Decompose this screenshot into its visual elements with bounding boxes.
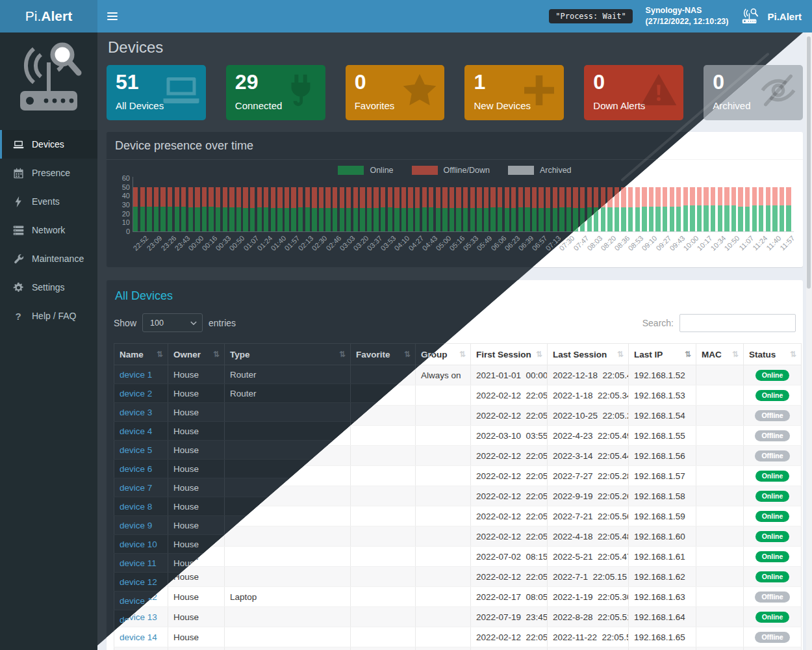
chart-bar — [724, 187, 729, 231]
cell-status: Online — [744, 506, 802, 526]
sidebar-item-presence[interactable]: Presence — [0, 159, 97, 187]
device-name-link[interactable]: device 9 — [120, 521, 152, 530]
chart-bar — [670, 187, 674, 231]
cell-text: 192.168.1.53 — [634, 391, 685, 400]
cell-text: 192.168.1.58 — [634, 491, 685, 501]
legend-item-offline-down[interactable]: Offline/Down — [412, 166, 490, 175]
sidebar-item-network[interactable]: Network — [0, 216, 97, 244]
cell-text: 192.168.1.65 — [634, 632, 685, 642]
sidebar-toggle-icon[interactable] — [97, 0, 127, 32]
cell-last-ip: 192.168.1.58 — [629, 486, 696, 506]
app-logo[interactable]: Pi.Alert — [0, 0, 97, 32]
cell-name: device 6 — [114, 460, 168, 478]
device-name-link[interactable]: device 5 — [120, 445, 152, 455]
cell-last-session: 2022-7-1 22:05.15 — [548, 567, 629, 587]
column-header-owner[interactable]: Owner⇅ — [168, 344, 225, 365]
sidebar-item-maintenance[interactable]: Maintenance — [0, 244, 97, 273]
device-name-link[interactable]: device 7 — [120, 483, 152, 493]
cell-text: 2022-02-12 22:05 — [476, 411, 548, 421]
search-input[interactable] — [679, 314, 796, 332]
card-connected[interactable]: 29Connected — [226, 65, 325, 120]
sort-icon: ⇅ — [459, 350, 465, 359]
sidebar-item-devices[interactable]: Devices — [0, 130, 97, 159]
chart-bar-online-segment — [546, 208, 550, 231]
chart-bar-online-segment — [628, 207, 633, 231]
cell-first-session: 2022-03-10 03:55 — [471, 426, 548, 446]
cell-text: 192.168.1.59 — [634, 512, 685, 521]
card-new-devices[interactable]: 1New Devices — [464, 65, 564, 120]
column-header-type[interactable]: Type⇅ — [225, 344, 351, 365]
card-favorites[interactable]: 0Favorites — [346, 65, 445, 120]
device-name-link[interactable]: device 4 — [120, 426, 152, 436]
x-tick-label: 08:53 — [627, 234, 645, 252]
entries-select[interactable]: 100 — [142, 313, 203, 332]
sidebar-item-events[interactable]: Events — [0, 187, 97, 216]
sidebar-item-help-faq[interactable]: ?Help / FAQ — [0, 302, 97, 330]
device-name-link[interactable]: device 11 — [120, 558, 157, 568]
column-header-name[interactable]: Name⇅ — [114, 344, 168, 365]
cell-type: Switch — [225, 647, 351, 650]
column-header-status[interactable]: Status⇅ — [744, 344, 802, 365]
scrollbar-thumb[interactable] — [807, 36, 811, 289]
column-header-favorite[interactable]: Favorite⇅ — [351, 344, 416, 365]
cell-text: 192.168.1.57 — [634, 471, 685, 481]
device-name-link[interactable]: device 12 — [120, 577, 157, 587]
navbar-right: "Process: Wait" Synology-NAS (27/12/2022… — [549, 5, 812, 27]
chart-bar — [573, 187, 577, 231]
chart-bar-online-segment — [285, 208, 289, 231]
card-all-devices[interactable]: 51All Devices — [107, 65, 206, 120]
device-name-link[interactable]: device 14 — [120, 632, 157, 642]
column-header-first-session[interactable]: First Session⇅ — [471, 344, 548, 365]
device-name-link[interactable]: device 3 — [120, 408, 152, 417]
legend-item-online[interactable]: Online — [338, 166, 393, 175]
cell-first-session: 2022-07-02 08:15 — [471, 547, 548, 567]
chart-bar — [381, 187, 385, 231]
table-row: device 13House2022-07-19 23:452022-8-28 … — [114, 607, 802, 627]
column-header-last-session[interactable]: Last Session⇅ — [548, 344, 629, 365]
chart-bar — [470, 187, 475, 231]
chart-bar — [181, 187, 186, 231]
legend-item-archived[interactable]: Archived — [508, 166, 572, 175]
chart-bar-online-segment — [271, 208, 275, 231]
chart-bar-online-segment — [663, 207, 667, 231]
cell-type: Router — [225, 365, 351, 384]
chart-bar — [532, 187, 537, 231]
cell-type — [225, 422, 351, 441]
chart-bar — [546, 187, 550, 231]
chart-bar-online-segment — [291, 208, 296, 231]
chart-bar — [140, 187, 145, 231]
x-tick-label: 22:52 — [132, 234, 150, 252]
x-tick-label: 02:46 — [324, 234, 342, 252]
column-header-last-ip[interactable]: Last IP⇅ — [629, 344, 696, 365]
cell-status: Online — [744, 466, 802, 486]
cell-favorite — [351, 446, 416, 466]
navbar-brand-right-label: Pi.Alert — [767, 11, 802, 22]
sort-icon: ⇅ — [213, 350, 219, 359]
bolt-icon — [12, 196, 25, 207]
cell-status: Online — [744, 607, 802, 627]
table-row: device 11House2022-02-12 22:052022-7-1 2… — [114, 567, 802, 587]
device-name-link[interactable]: device 8 — [120, 502, 152, 512]
device-name-link[interactable]: device 10 — [120, 540, 157, 549]
device-name-link[interactable]: device 1 — [120, 370, 152, 380]
cell-text: House — [173, 426, 199, 436]
column-header-mac[interactable]: MAC⇅ — [696, 344, 744, 365]
chart-bar-online-segment — [477, 208, 481, 231]
chart-bar — [766, 187, 770, 231]
chart-bar — [229, 187, 234, 231]
chart-bar-online-segment — [553, 208, 557, 231]
vertical-scrollbar[interactable] — [806, 32, 812, 650]
sidebar-item-settings[interactable]: Settings — [0, 273, 97, 302]
chart-bar — [291, 187, 296, 231]
chart-bar — [697, 187, 702, 231]
device-name-link[interactable]: device 2 — [120, 389, 152, 398]
cell-name: device 1 — [114, 365, 168, 384]
device-name-link[interactable]: device 6 — [120, 464, 152, 474]
column-header-label: Status — [749, 350, 776, 359]
x-tick-label: 01:40 — [269, 234, 287, 252]
x-tick-label: 00:16 — [201, 234, 219, 252]
chart-bar-online-segment — [181, 207, 186, 231]
sort-icon: ⇅ — [790, 350, 796, 359]
card-down-alerts[interactable]: 0Down Alerts — [584, 65, 683, 120]
cell-favorite — [351, 426, 416, 446]
